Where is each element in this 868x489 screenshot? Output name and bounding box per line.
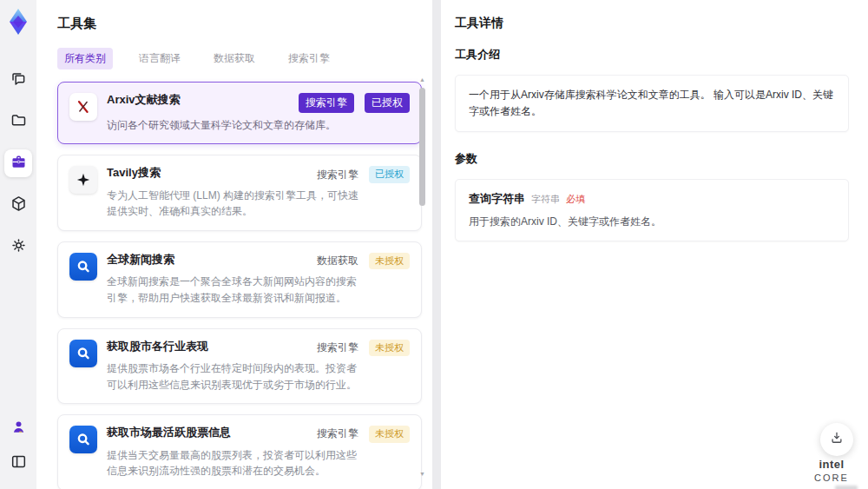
brand-core: core — [814, 472, 849, 483]
brand-sub-blur — [835, 486, 858, 489]
tool-name: 全球新闻搜索 — [107, 253, 174, 268]
scroll-up-arrow-icon[interactable]: ▲ — [418, 76, 426, 83]
sidebar-item-collapse[interactable] — [4, 449, 32, 477]
tool-description: 提供当天交易量最高的股票列表，投资者可以利用这些信息来识别流动性强的股票和潜在的… — [107, 447, 362, 479]
tool-name: Tavily搜索 — [107, 166, 161, 181]
chat-icon — [10, 69, 28, 91]
tab-data-acquisition[interactable]: 数据获取 — [207, 48, 262, 69]
sidebar-item-tools[interactable] — [4, 149, 32, 177]
tool-card-active-stocks[interactable]: 获取市场最活跃股票信息 搜索引擎 未授权 提供当天交易量最高的股票列表，投资者可… — [57, 414, 422, 489]
tab-all-categories[interactable]: 所有类别 — [57, 48, 113, 69]
category-badge: 搜索引擎 — [299, 93, 354, 113]
icon-sidebar — [0, 0, 36, 489]
tavily-star-icon — [69, 166, 97, 194]
category-label: 搜索引擎 — [317, 168, 358, 182]
app-logo-icon — [4, 7, 32, 36]
app-window: 工具集 所有类别 语言翻译 数据获取 搜索引擎 Arxiv文献搜索 — [0, 0, 868, 489]
tool-card-sector-performance[interactable]: 获取股市各行业表现 搜索引擎 未授权 提供股票市场各个行业在特定时间段内的表现。… — [57, 328, 422, 405]
tool-description: 专为人工智能代理 (LLM) 构建的搜索引擎工具，可快速提供实时、准确和真实的结… — [107, 188, 362, 220]
intro-box: 一个用于从Arxiv存储库搜索科学论文和文章的工具。 输入可以是Arxiv ID… — [455, 75, 849, 132]
user-icon — [10, 418, 28, 439]
brand-intel: intel — [819, 458, 844, 471]
folder-icon — [10, 111, 28, 133]
intel-core-logo: intel core — [806, 458, 858, 489]
category-label: 搜索引擎 — [317, 426, 358, 441]
download-icon — [829, 430, 845, 449]
sidebar-item-files[interactable] — [4, 108, 32, 135]
category-label: 数据获取 — [317, 254, 358, 268]
tool-detail-panel: 工具详情 工具介绍 一个用于从Arxiv存储库搜索科学论文和文章的工具。 输入可… — [441, 0, 868, 489]
tool-card-global-news[interactable]: 全球新闻搜索 数据获取 未授权 全球新闻搜索是一个聚合全球各大新闻网站内容的搜索… — [57, 241, 422, 318]
tool-card-list: Arxiv文献搜索 搜索引擎 已授权 访问各个研究领域大量科学论文和文章的存储库… — [57, 82, 422, 489]
tool-name: 获取股市各行业表现 — [107, 340, 208, 354]
news-search-icon — [69, 340, 97, 367]
toolbox-icon — [10, 153, 28, 175]
category-tabs: 所有类别 语言翻译 数据获取 搜索引擎 — [57, 48, 432, 69]
package-icon — [10, 195, 28, 216]
tab-language-translation[interactable]: 语言翻译 — [132, 48, 187, 69]
news-search-icon — [69, 253, 97, 281]
tool-name: Arxiv文献搜索 — [107, 93, 181, 108]
scrollbar-thumb[interactable] — [419, 88, 425, 206]
tool-name: 获取市场最活跃股票信息 — [107, 426, 231, 440]
arxiv-logo-icon — [69, 93, 97, 121]
param-description: 用于搜索的Arxiv ID、关键字或作者姓名。 — [469, 215, 835, 229]
auth-badge: 未授权 — [369, 253, 410, 269]
tool-list-panel: 工具集 所有类别 语言翻译 数据获取 搜索引擎 Arxiv文献搜索 — [36, 0, 432, 489]
param-type: 字符串 — [531, 193, 560, 206]
page-title: 工具集 — [57, 16, 432, 32]
tool-card-tavily[interactable]: Tavily搜索 搜索引擎 已授权 专为人工智能代理 (LLM) 构建的搜索引擎… — [57, 155, 422, 231]
news-search-icon — [69, 426, 97, 453]
auth-badge: 未授权 — [369, 340, 410, 356]
sidebar-item-chat[interactable] — [4, 66, 32, 94]
sidebar-item-user[interactable] — [4, 414, 32, 442]
auth-badge: 已授权 — [365, 93, 410, 113]
sidebar-item-settings[interactable] — [4, 233, 32, 261]
auth-badge: 未授权 — [369, 426, 410, 442]
detail-title: 工具详情 — [455, 16, 849, 31]
tool-card-arxiv[interactable]: Arxiv文献搜索 搜索引擎 已授权 访问各个研究领域大量科学论文和文章的存储库… — [57, 82, 422, 144]
intro-heading: 工具介绍 — [455, 47, 849, 63]
panel-toggle-icon — [10, 453, 28, 474]
sidebar-item-packages[interactable] — [4, 191, 32, 219]
gear-icon — [10, 236, 28, 258]
tool-description: 访问各个研究领域大量科学论文和文章的存储库。 — [107, 117, 367, 134]
tool-description: 全球新闻搜索是一个聚合全球各大新闻网站内容的搜索引擎，帮助用户快速获取全球最新资… — [107, 274, 362, 306]
intro-text: 一个用于从Arxiv存储库搜索科学论文和文章的工具。 输入可以是Arxiv ID… — [469, 87, 835, 120]
param-name: 查询字符串 — [469, 191, 525, 207]
params-heading: 参数 — [455, 151, 849, 167]
param-required-badge: 必填 — [566, 193, 585, 206]
download-button[interactable] — [820, 423, 853, 456]
scroll-down-arrow-icon[interactable]: ▼ — [418, 471, 426, 478]
tool-description: 提供股票市场各个行业在特定时间段内的表现。投资者可以利用这些信息来识别表现优于或… — [107, 360, 362, 393]
param-box: 查询字符串 字符串 必填 用于搜索的Arxiv ID、关键字或作者姓名。 — [455, 179, 849, 241]
auth-badge: 已授权 — [369, 166, 410, 182]
tab-search-engine[interactable]: 搜索引擎 — [281, 48, 337, 69]
list-scrollbar[interactable]: ▲ ▼ — [418, 76, 426, 478]
category-label: 搜索引擎 — [317, 340, 358, 355]
